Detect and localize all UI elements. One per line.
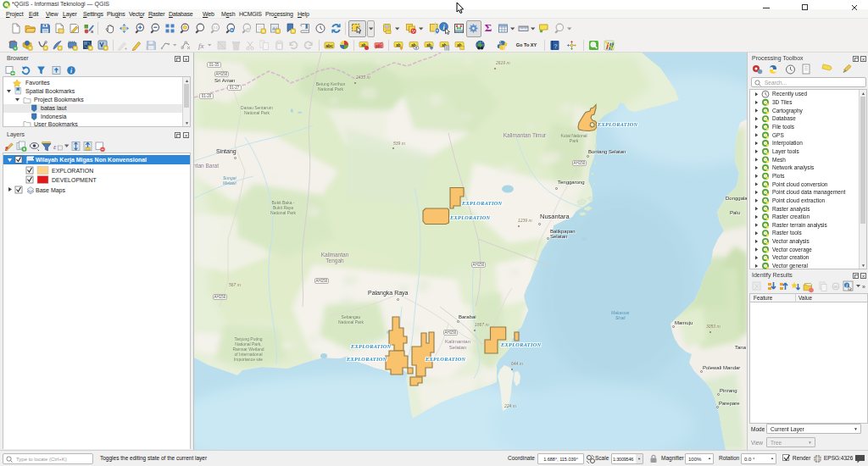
svg-text:Σ: Σ [485, 21, 492, 34]
svg-text:»: » [862, 284, 865, 290]
svg-text:ε: ε [53, 142, 57, 151]
svg-text:fx: fx [198, 42, 204, 50]
svg-text:ab: ab [426, 43, 431, 47]
svg-text:abc: abc [326, 43, 333, 48]
svg-text:1:1: 1:1 [214, 25, 219, 30]
svg-text:ab: ab [396, 43, 401, 47]
svg-text:a: a [91, 29, 94, 34]
svg-text:?: ? [554, 42, 558, 50]
